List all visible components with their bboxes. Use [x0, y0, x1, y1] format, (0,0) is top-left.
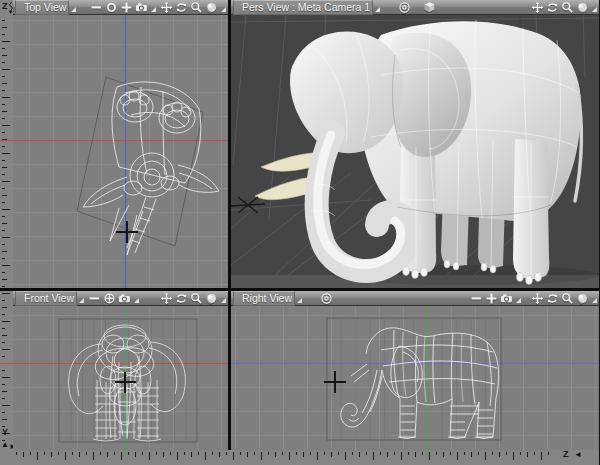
axis-arrow-left-icon: ◄	[574, 451, 582, 459]
dropdown-triangle-icon	[221, 298, 226, 303]
rotate-icon[interactable]	[546, 292, 559, 305]
magnify-icon[interactable]	[561, 1, 574, 14]
shading-sphere-icon[interactable]	[205, 1, 218, 14]
rotate-icon[interactable]	[546, 1, 559, 14]
viewport-splitter-horizontal[interactable]	[0, 288, 600, 291]
pan-icon[interactable]	[160, 292, 173, 305]
right-view-menu[interactable]: Right View	[233, 291, 295, 306]
zoom-circle-plus-icon[interactable]	[103, 292, 116, 305]
pers-view-viewport[interactable]	[231, 15, 600, 288]
dropdown-triangle-icon	[516, 298, 521, 303]
dropdown-triangle-icon	[151, 7, 156, 12]
front-view-menu[interactable]: Front View	[15, 291, 77, 306]
zoom-plus-icon[interactable]	[485, 292, 498, 305]
rotate-icon[interactable]	[175, 1, 188, 14]
zoom-minus-icon[interactable]	[88, 292, 101, 305]
dropdown-triangle-icon	[221, 7, 226, 12]
magnify-icon[interactable]	[561, 292, 574, 305]
magnify-icon[interactable]	[190, 1, 203, 14]
dropdown-triangle-icon	[592, 298, 597, 303]
modeler-window: Z Y ▲ ► X Z ◄ Top View Pers View : Meta …	[0, 0, 600, 465]
left-ruler	[0, 0, 13, 450]
pan-icon[interactable]	[160, 1, 173, 14]
axis-label-y: Y	[2, 428, 8, 437]
rotate-icon[interactable]	[175, 292, 188, 305]
magnify-icon[interactable]	[190, 292, 203, 305]
viewport-splitter-vertical[interactable]	[228, 0, 231, 450]
top-view-menu[interactable]: Top View	[15, 0, 69, 15]
dropdown-triangle-icon	[71, 7, 76, 12]
pers-view-scene	[231, 15, 600, 288]
camera-icon[interactable]	[135, 1, 148, 14]
dropdown-triangle-icon	[134, 298, 139, 303]
front-view-wireframe	[13, 306, 229, 450]
zoom-minus-icon[interactable]	[90, 1, 103, 14]
zoom-target-icon[interactable]	[105, 1, 118, 14]
dropdown-triangle-icon	[297, 298, 302, 303]
bottom-ruler	[0, 450, 600, 465]
zoom-minus-icon[interactable]	[470, 292, 483, 305]
top-view-viewport[interactable]	[13, 15, 229, 288]
top-view-wireframe	[13, 15, 229, 288]
pan-icon[interactable]	[531, 1, 544, 14]
shading-sphere-icon[interactable]	[576, 1, 589, 14]
dropdown-triangle-icon	[592, 7, 597, 12]
camera-icon[interactable]	[500, 292, 513, 305]
front-view-viewport[interactable]	[13, 306, 229, 450]
target-icon[interactable]	[320, 292, 333, 305]
shading-sphere-icon[interactable]	[205, 292, 218, 305]
shading-sphere-icon[interactable]	[576, 292, 589, 305]
cube-icon[interactable]	[423, 1, 436, 14]
camera-icon[interactable]	[118, 292, 131, 305]
target-icon[interactable]	[398, 1, 411, 14]
pers-view-menu[interactable]: Pers View : Meta Camera 1	[233, 0, 373, 15]
top-view-header: Top View	[13, 0, 229, 15]
axis-label-z-bottom: Z	[563, 450, 569, 459]
right-view-viewport[interactable]	[231, 306, 600, 450]
axis-arrow-up-icon: ▲	[1, 441, 9, 449]
right-view-wireframe	[231, 306, 600, 450]
pers-view-header: Pers View : Meta Camera 1	[231, 0, 600, 15]
zoom-plus-icon[interactable]	[120, 1, 133, 14]
pan-icon[interactable]	[531, 292, 544, 305]
dropdown-triangle-icon	[79, 298, 84, 303]
dropdown-triangle-icon	[375, 7, 380, 12]
right-view-header: Right View	[231, 291, 600, 306]
front-view-header: Front View	[13, 291, 229, 306]
